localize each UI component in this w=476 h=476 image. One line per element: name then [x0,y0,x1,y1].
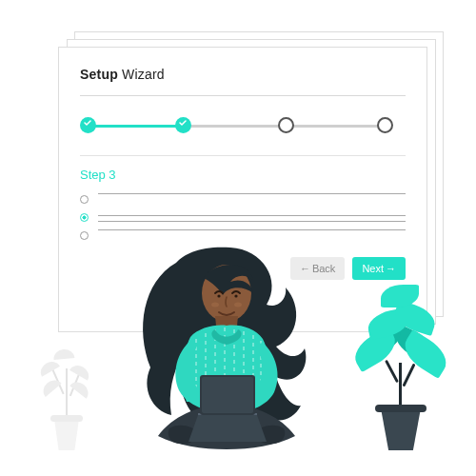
chevron-right-icon: → [386,264,396,274]
wizard-title: Setup Wizard [80,67,406,82]
stepper-track-2 [183,125,286,128]
progress-stepper [80,117,406,134]
svg-point-3 [211,303,219,307]
option-text-placeholder [98,215,406,221]
stepper-divider [80,155,406,156]
step-1-dot[interactable] [80,117,96,133]
svg-point-4 [234,303,242,307]
next-button-label: Next [362,263,384,274]
wizard-title-rest: Wizard [118,67,165,82]
plant-left-illustration [32,336,101,450]
radio-icon[interactable] [80,231,89,240]
wizard-title-bold: Setup [80,67,118,82]
radio-icon[interactable] [80,195,89,204]
option-row[interactable] [80,213,406,222]
step-3-dot[interactable] [278,117,294,133]
option-text-placeholder [98,193,406,194]
radio-icon[interactable] [80,213,89,222]
check-icon [84,120,91,126]
current-step-label: Step 3 [80,168,406,182]
person-illustration [124,225,324,453]
title-divider [80,95,406,96]
svg-point-1 [217,294,220,297]
check-icon [179,120,187,126]
stepper-track-3 [286,125,385,128]
step-4-dot[interactable] [377,117,393,133]
option-row[interactable] [80,195,406,204]
stepper-track-1 [88,125,183,128]
next-button[interactable]: Next → [352,257,406,280]
svg-rect-8 [202,377,253,413]
plant-right-illustration [348,279,453,450]
svg-point-2 [234,294,237,297]
step-2-dot[interactable] [175,117,191,133]
